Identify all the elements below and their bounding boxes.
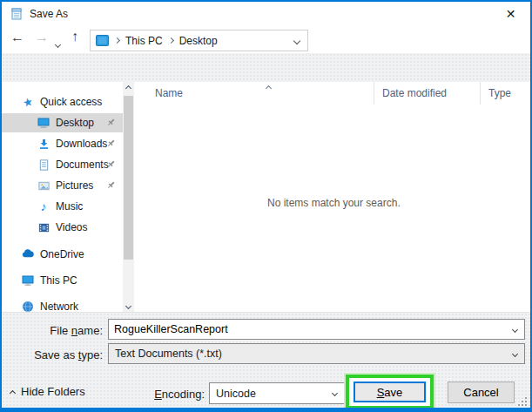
breadcrumb-desktop[interactable]: Desktop [179, 35, 218, 47]
pin-icon [106, 118, 116, 127]
cloud-icon [21, 247, 35, 261]
back-button[interactable]: ← [10, 30, 24, 44]
back-icon: ← [10, 30, 24, 44]
sidebar-item-desktop[interactable]: Desktop [2, 113, 123, 132]
sidebar-item-pictures[interactable]: Pictures [2, 176, 123, 195]
pin-icon [106, 180, 116, 190]
scroll-down-button[interactable] [123, 300, 134, 312]
sidebar-scrollbar[interactable] [123, 82, 134, 312]
title-bar: Save As ✕ [2, 2, 530, 26]
notepad-icon [10, 7, 24, 21]
save-as-type-dropdown[interactable]: Text Documents (*.txt) [108, 343, 525, 364]
window-title: Save As [30, 8, 68, 20]
file-name-combobox [108, 319, 525, 340]
hide-folders-button[interactable]: Hide Folders [10, 385, 85, 398]
column-header-type[interactable]: Type [481, 82, 529, 105]
save-options-panel: File name: Save as type: Text Documents … [2, 312, 530, 408]
globe-icon [21, 300, 35, 312]
music-note-icon: ♪ [37, 199, 51, 213]
sidebar-item-videos[interactable]: Videos [2, 218, 123, 237]
close-button[interactable]: ✕ [491, 2, 530, 26]
command-toolbar: Organise ▾ New folder ▾ ? [2, 53, 530, 82]
sidebar-item-documents[interactable]: Documents [2, 155, 123, 174]
chevron-up-icon [125, 84, 131, 91]
sidebar-item-downloads[interactable]: Downloads [2, 134, 123, 153]
column-header-name[interactable]: Name [134, 82, 374, 105]
chevron-down-icon [55, 42, 61, 48]
film-icon [37, 220, 51, 234]
picture-icon [37, 179, 51, 192]
save-button[interactable]: Save [354, 382, 426, 402]
cancel-button[interactable]: Cancel [448, 382, 515, 403]
address-bar[interactable]: This PC Desktop [90, 30, 308, 51]
file-name-input[interactable] [109, 323, 524, 335]
breadcrumb-separator-icon [168, 37, 174, 44]
pin-icon [106, 159, 116, 169]
recent-locations-button[interactable] [56, 35, 60, 51]
breadcrumb-this-pc[interactable]: This PC [125, 35, 163, 47]
column-header-date-modified[interactable]: Date modified [374, 82, 481, 105]
desktop-location-icon [96, 35, 109, 46]
save-as-type-label: Save as type: [2, 348, 103, 361]
file-name-label: File name: [2, 324, 103, 337]
monitor-icon [37, 116, 51, 130]
save-as-dialog: Save As ✕ ← → ↑ This PC Desktop [0, 0, 532, 412]
document-icon [37, 158, 51, 172]
download-icon [37, 137, 51, 151]
star-icon: ★ [20, 94, 37, 111]
breadcrumb-separator-icon [114, 37, 120, 44]
encoding-label: Encoding: [104, 388, 205, 401]
chevron-down-icon [332, 390, 338, 396]
sidebar-item-quick-access[interactable]: ★ Quick access [2, 92, 123, 111]
sidebar-item-music[interactable]: ♪ Music [2, 197, 123, 216]
pin-icon [106, 138, 116, 148]
forward-icon: → [35, 30, 49, 44]
forward-button[interactable]: → [35, 30, 49, 44]
scroll-up-button[interactable] [123, 82, 134, 94]
up-icon: ↑ [71, 29, 78, 44]
resize-grip[interactable] [517, 396, 528, 407]
monitor-icon [21, 274, 35, 287]
close-icon: ✕ [506, 7, 516, 21]
scrollbar-thumb[interactable] [124, 96, 133, 260]
chevron-down-icon [512, 350, 518, 356]
content-area: ★ Quick access Desktop [2, 82, 530, 312]
up-button[interactable]: ↑ [71, 30, 78, 44]
sidebar-item-this-pc[interactable]: This PC [2, 271, 123, 290]
address-dropdown-icon[interactable] [293, 37, 300, 44]
save-button-highlight: Save [346, 375, 434, 409]
chevron-up-icon [10, 389, 16, 395]
navigation-bar: ← → ↑ This PC Desktop [2, 26, 530, 53]
sidebar-item-network[interactable]: Network [2, 297, 123, 312]
chevron-down-icon [125, 302, 131, 308]
empty-folder-message: No items match your search. [267, 197, 401, 209]
sidebar-item-onedrive[interactable]: OneDrive [2, 245, 123, 264]
encoding-dropdown[interactable]: Unicode [209, 382, 345, 404]
